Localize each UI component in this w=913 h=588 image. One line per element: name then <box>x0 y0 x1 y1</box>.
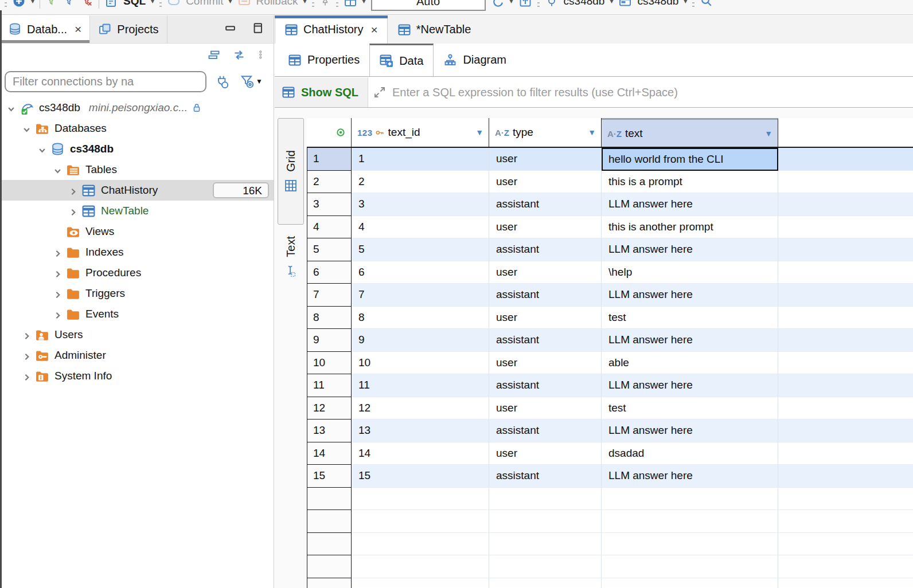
cell-text[interactable]: LLM answer here <box>602 374 778 397</box>
dropdown-caret[interactable]: ▾ <box>610 0 613 5</box>
show-sql-button[interactable]: Show SQL <box>275 77 368 107</box>
transaction-mode-combo[interactable]: Auto <box>371 0 486 11</box>
tree-item-newtable[interactable]: NewTable <box>0 201 274 221</box>
row-header[interactable]: 8 <box>307 306 352 330</box>
cell-text[interactable]: LLM answer here <box>602 420 778 442</box>
row-header[interactable] <box>307 509 352 533</box>
cell-text_id[interactable]: 3 <box>352 193 489 216</box>
new-connection-icon[interactable] <box>12 0 26 8</box>
sql-editor-label[interactable]: SQL <box>123 0 146 7</box>
tree-item-triggers[interactable]: Triggers <box>0 283 274 304</box>
tab-chathistory[interactable]: ChatHistory × <box>275 15 388 44</box>
sql-filter-input[interactable] <box>392 77 913 107</box>
pin-icon[interactable] <box>319 0 331 7</box>
rollback-label[interactable]: Rollback <box>256 0 298 7</box>
cell-text[interactable]: test <box>602 397 778 420</box>
row-header[interactable]: 4 <box>307 215 352 239</box>
cell-text[interactable]: hello world from the CLI <box>602 148 778 171</box>
maximize-icon[interactable] <box>252 22 264 34</box>
row-header[interactable]: 14 <box>307 442 352 465</box>
cell-text_id[interactable]: 13 <box>352 420 489 442</box>
cell-text[interactable]: LLM answer here <box>602 193 778 216</box>
cell-type[interactable]: user <box>489 261 602 284</box>
row-header[interactable]: 9 <box>307 328 352 352</box>
tree-item-views[interactable]: Views <box>0 221 274 242</box>
column-dropdown-icon[interactable]: ▼ <box>760 129 772 138</box>
row-header[interactable] <box>307 487 352 511</box>
chevron-right-icon[interactable] <box>53 289 62 298</box>
row-header[interactable]: 2 <box>307 170 352 194</box>
row-header[interactable]: 10 <box>307 351 352 375</box>
row-header[interactable]: 11 <box>307 374 352 397</box>
cell-type[interactable]: assistant <box>489 420 602 442</box>
chevron-right-icon[interactable] <box>22 372 31 381</box>
cell-text_id[interactable]: 10 <box>352 352 489 375</box>
close-icon[interactable]: × <box>75 22 81 36</box>
refresh-icon[interactable] <box>491 0 505 8</box>
cell-text_id[interactable]: 9 <box>352 329 489 352</box>
collapse-all-icon[interactable] <box>207 48 221 62</box>
row-header[interactable] <box>307 578 352 588</box>
cell-text[interactable]: LLM answer here <box>602 329 778 352</box>
cell-text[interactable]: this is another prompt <box>602 216 778 239</box>
row-header[interactable]: 13 <box>307 419 352 442</box>
dropdown-caret[interactable]: ▼ <box>256 77 263 85</box>
cell-type[interactable]: user <box>489 442 602 465</box>
connection-filter-input[interactable] <box>5 71 206 92</box>
chevron-down-icon[interactable] <box>22 124 31 133</box>
dots-grip-icon[interactable] <box>257 50 267 60</box>
cell-text[interactable]: this is a prompt <box>602 171 778 194</box>
cell-text_id[interactable]: 11 <box>352 374 489 397</box>
dropdown-caret[interactable]: ▾ <box>151 0 154 5</box>
tree-item-system-info[interactable]: System Info <box>0 366 274 386</box>
cell-text_id[interactable]: 15 <box>352 465 489 488</box>
close-icon[interactable]: × <box>370 23 377 37</box>
grid-corner-cell[interactable] <box>307 118 352 147</box>
cell-type[interactable]: assistant <box>489 465 602 488</box>
chevron-right-icon[interactable] <box>53 310 62 319</box>
tab-newtable[interactable]: *NewTable <box>388 15 481 44</box>
column-dropdown-icon[interactable]: ▼ <box>583 128 596 137</box>
tree-item-databases[interactable]: Databases <box>0 118 274 139</box>
column-header-text_id[interactable]: 123 text_id ▼ <box>352 118 489 147</box>
funnel-green-icon[interactable] <box>45 0 58 7</box>
subtab-properties[interactable]: Properties <box>278 44 369 76</box>
side-tab-text[interactable]: Text <box>278 232 304 317</box>
cell-text_id[interactable]: 6 <box>352 261 489 284</box>
tree-item-users[interactable]: Users <box>0 324 274 345</box>
row-header[interactable] <box>307 532 352 556</box>
rollback-icon[interactable] <box>237 0 251 8</box>
chevron-right-icon[interactable] <box>69 207 77 215</box>
side-tab-grid[interactable]: Grid <box>278 118 304 225</box>
commit-icon[interactable] <box>167 0 181 8</box>
tree-item-procedures[interactable]: Procedures <box>0 262 274 283</box>
row-header[interactable]: 3 <box>307 193 352 216</box>
funnel-blue-icon[interactable] <box>63 0 76 7</box>
cell-text[interactable]: \help <box>602 261 778 284</box>
dropdown-caret[interactable]: ▾ <box>362 0 366 5</box>
subtab-diagram[interactable]: Diagram <box>434 44 516 76</box>
box-up-icon[interactable] <box>518 0 532 8</box>
dropdown-caret[interactable]: ▾ <box>31 0 34 5</box>
active-database-label[interactable]: cs348db <box>637 0 678 7</box>
panel-window-icon[interactable] <box>344 0 357 8</box>
tree-item-chathistory[interactable]: ChatHistory16K <box>0 180 274 201</box>
column-header-text[interactable]: A·Z text ▼ <box>602 118 778 147</box>
cell-type[interactable]: user <box>489 148 602 171</box>
chevron-down-icon[interactable] <box>53 166 62 174</box>
cell-text_id[interactable]: 7 <box>352 284 489 307</box>
tree-item-cs348db[interactable]: cs348dbmini.peisongxiao.c... <box>0 97 274 118</box>
cell-text[interactable]: test <box>602 307 778 330</box>
chevron-down-icon[interactable] <box>7 104 15 112</box>
cell-text[interactable]: LLM answer here <box>602 284 778 307</box>
row-header[interactable]: 6 <box>307 261 352 284</box>
active-connection-label[interactable]: cs348db <box>564 0 605 7</box>
cell-text_id[interactable]: 4 <box>352 216 489 239</box>
cell-type[interactable]: user <box>489 397 602 420</box>
plug-filter-icon[interactable] <box>214 74 229 89</box>
cell-text_id[interactable]: 12 <box>352 397 489 420</box>
tree-item-indexes[interactable]: Indexes <box>0 242 274 262</box>
cell-text_id[interactable]: 5 <box>352 238 489 261</box>
tree-item-administer[interactable]: Administer <box>0 345 274 366</box>
expand-arrows-icon[interactable] <box>373 85 387 99</box>
